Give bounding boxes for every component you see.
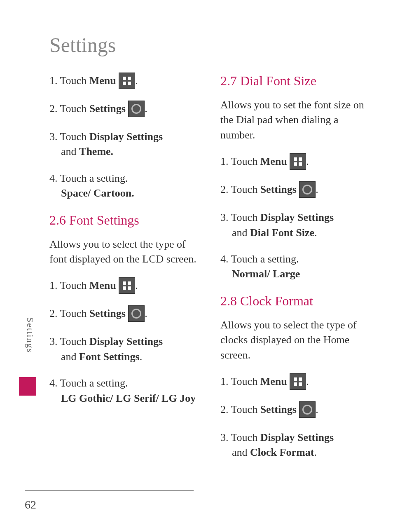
step-bold: Normal/ Large: [220, 268, 300, 280]
step-number: 1.: [49, 75, 58, 87]
step-bold: Font Settings: [79, 351, 140, 363]
step-bold: Settings: [260, 403, 297, 415]
step-text: Touch: [58, 335, 89, 347]
step-item: 3. Touch Display Settings and Clock Form…: [220, 430, 373, 460]
step-number: 2.: [49, 307, 58, 319]
step-bold: Display Settings: [260, 431, 334, 443]
step-number: 3.: [220, 431, 229, 443]
step-text: Touch: [58, 103, 89, 115]
content-columns: 1. Touch Menu . 2. Touch Settings . 3. T…: [0, 73, 393, 472]
section-heading: 2.7 Dial Font Size: [220, 73, 373, 89]
step-bold: Space/ Cartoon.: [49, 187, 134, 199]
body-text: Allows you to set the font size on the D…: [220, 98, 373, 143]
step-bold: Menu: [260, 155, 287, 167]
step-item: 3. Touch Display Settings and Dial Font …: [220, 210, 373, 240]
menu-icon: [119, 277, 135, 294]
step-item: 2. Touch Settings .: [220, 402, 373, 419]
body-text: Allows you to select the type of font di…: [49, 237, 202, 267]
step-bold: Settings: [89, 103, 126, 115]
sidebar-marker-bar: [19, 377, 36, 396]
step-number: 3.: [49, 335, 58, 347]
section-heading: 2.6 Font Settings: [49, 213, 202, 228]
step-item: 4. Touch a setting. Normal/ Large: [220, 252, 373, 282]
step-number: 1.: [220, 155, 229, 167]
step-bold: Menu: [89, 279, 116, 291]
step-mid: and: [232, 227, 250, 239]
step-number: 4.: [49, 377, 58, 389]
step-number: 1.: [220, 375, 229, 387]
step-item: 1. Touch Menu .: [49, 278, 202, 295]
step-number: 4.: [220, 253, 229, 265]
step-number: 3.: [220, 211, 229, 223]
step-item: 4. Touch a setting. LG Gothic/ LG Serif/…: [49, 376, 202, 406]
step-bold: Theme.: [79, 145, 113, 157]
step-bold: Dial Font Size: [250, 227, 314, 239]
step-item: 2. Touch Settings .: [49, 306, 202, 323]
footer-divider: [25, 490, 194, 491]
step-bold: Settings: [260, 183, 297, 195]
step-text: Touch: [58, 307, 89, 319]
page-number: 62: [25, 498, 36, 511]
step-text: Touch: [229, 211, 260, 223]
step-item: 2. Touch Settings .: [49, 101, 202, 118]
step-item: 1. Touch Menu .: [49, 73, 202, 90]
step-text: Touch: [229, 375, 260, 387]
step-bold: Display Settings: [89, 335, 163, 347]
step-item: 2. Touch Settings .: [220, 182, 373, 199]
step-text: Touch: [229, 183, 260, 195]
step-text: Touch: [229, 155, 260, 167]
step-number: 3.: [49, 131, 58, 143]
step-bold: Menu: [89, 75, 116, 87]
step-text: Touch a setting.: [58, 172, 128, 184]
step-bold: Settings: [89, 307, 126, 319]
step-text: Touch a setting.: [229, 253, 299, 265]
menu-icon: [290, 153, 306, 170]
settings-icon: [128, 101, 145, 117]
step-number: 1.: [49, 279, 58, 291]
right-column: 2.7 Dial Font Size Allows you to set the…: [214, 73, 373, 472]
settings-icon: [299, 401, 316, 418]
step-text: Touch: [58, 75, 89, 87]
step-mid: and: [61, 145, 79, 157]
settings-icon: [299, 181, 316, 198]
section-heading: 2.8 Clock Format: [220, 293, 373, 309]
left-column: 1. Touch Menu . 2. Touch Settings . 3. T…: [49, 73, 214, 472]
step-mid: and: [232, 446, 250, 458]
step-number: 2.: [49, 103, 58, 115]
step-bold: Display Settings: [260, 211, 334, 223]
menu-icon: [290, 373, 306, 390]
step-text: Touch a setting.: [58, 377, 128, 389]
page-title: Settings: [0, 0, 393, 73]
menu-icon: [119, 73, 135, 89]
step-number: 2.: [220, 403, 229, 415]
step-number: 4.: [49, 172, 58, 184]
step-text: Touch: [58, 279, 89, 291]
step-text: Touch: [229, 431, 260, 443]
body-text: Allows you to select the type of clocks …: [220, 318, 373, 363]
settings-icon: [128, 305, 145, 322]
step-number: 2.: [220, 183, 229, 195]
step-bold: LG Gothic/ LG Serif/ LG Joy: [49, 392, 196, 404]
step-item: 3. Touch Display Settings and Theme.: [49, 129, 202, 159]
step-item: 3. Touch Display Settings and Font Setti…: [49, 334, 202, 364]
step-item: 1. Touch Menu .: [220, 154, 373, 171]
step-mid: and: [61, 351, 79, 363]
step-bold: Menu: [260, 375, 287, 387]
step-item: 1. Touch Menu .: [220, 374, 373, 391]
step-bold: Clock Format: [250, 446, 314, 458]
step-item: 4. Touch a setting. Space/ Cartoon.: [49, 171, 202, 201]
sidebar-section-label: Settings: [25, 317, 35, 353]
step-text: Touch: [229, 403, 260, 415]
step-bold: Display Settings: [89, 131, 163, 143]
step-text: Touch: [58, 131, 89, 143]
